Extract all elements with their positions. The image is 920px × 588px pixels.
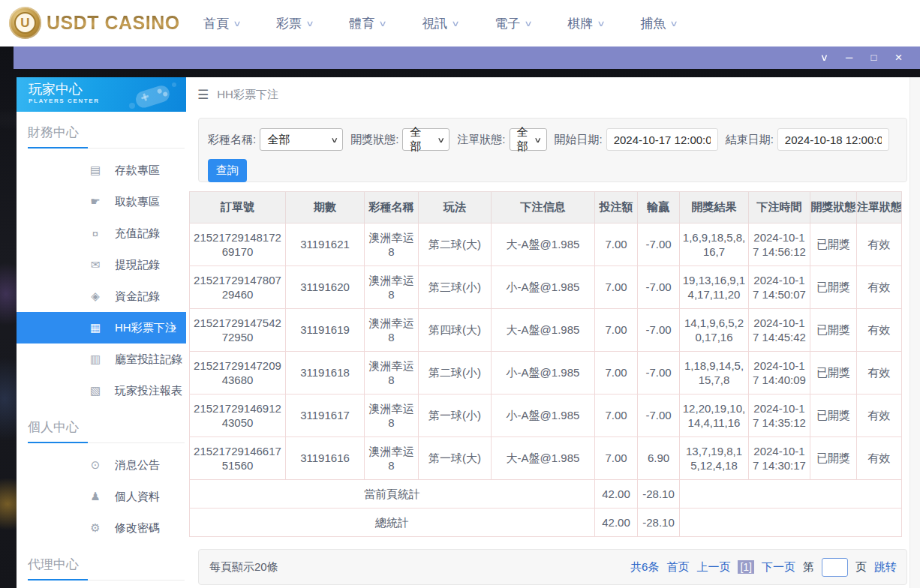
cell-order-no: 2152172914780729460	[190, 266, 286, 309]
summary-bet-total: 42.00	[595, 508, 638, 537]
sidebar-item-hh-lottery-bets[interactable]: ▦ HH彩票下注 ›	[17, 312, 186, 344]
table-row: 2152172914754272950 31191619 澳洲幸运8 第四球(大…	[190, 309, 902, 352]
end-date-input[interactable]	[777, 128, 889, 151]
table-row: 2152172914780729460 31191620 澳洲幸运8 第三球(小…	[190, 266, 902, 309]
sidebar-section-finance: 財務中心 ▤ 存款專區 › ☛ 取款專區 ›	[17, 124, 186, 406]
query-button[interactable]: 查詢	[208, 159, 247, 182]
cell-play-type: 第三球(小)	[419, 266, 492, 309]
section-divider	[28, 148, 185, 148]
sidebar-item-label: 取款專區	[115, 195, 160, 209]
nav-item-sports[interactable]: 體育 ∨	[349, 15, 386, 32]
cell-win-loss: 6.90	[638, 437, 680, 480]
cell-draw-status: 已開獎	[810, 309, 857, 352]
sidebar-item-label: 提現記錄	[115, 258, 160, 272]
window-maximize-icon[interactable]: □	[861, 46, 886, 69]
chevron-right-icon: ›	[172, 320, 176, 335]
table-header-cell: 開獎結果	[680, 192, 749, 224]
cell-bet-info: 小-A盤@1.985	[492, 394, 595, 437]
nav-item-lottery[interactable]: 彩票 ∨	[276, 15, 313, 32]
cell-draw-result: 13,7,19,8,15,12,4,18	[680, 437, 749, 480]
nav-item-live-video[interactable]: 視訊 ∨	[422, 15, 458, 32]
sidebar-item-withdraw-records[interactable]: ✉ 提現記錄 ›	[17, 249, 186, 280]
cell-win-loss: -7.00	[638, 394, 680, 437]
room-bet-list-icon: ▥	[89, 352, 102, 366]
cell-period: 31191621	[286, 224, 365, 266]
sidebar-item-label: 修改密碼	[115, 521, 160, 536]
page-jump-input[interactable]	[822, 558, 848, 577]
cell-draw-result: 12,20,19,10,14,4,11,16	[680, 394, 749, 437]
bets-table: 訂單號 期數 彩種名稱 玩法 下注信息 投注額 輸贏	[189, 191, 902, 537]
table-row: 2152172914817269170 31191621 澳洲幸运8 第二球(大…	[190, 224, 902, 266]
nav-item-home[interactable]: 首頁 ∨	[203, 15, 240, 32]
cell-win-loss: -7.00	[638, 309, 680, 352]
table-header-cell: 下注時間	[749, 192, 810, 224]
table-row: 2152172914691243050 31191617 澳洲幸运8 第一球(小…	[190, 394, 902, 437]
sidebar-item-label: 充值記錄	[115, 226, 160, 241]
sidebar-item-deposit-area[interactable]: ▤ 存款專區 ›	[17, 154, 186, 186]
nav-item-fishing[interactable]: 捕魚 ∨	[640, 15, 677, 32]
jump-suffix-label: 页	[855, 560, 867, 574]
profile-user-icon: ♟	[89, 490, 102, 503]
withdraw-hand-icon: ☛	[89, 195, 102, 208]
window-close-icon[interactable]: ×	[886, 46, 911, 69]
window-collapse-icon[interactable]: ∨	[810, 46, 840, 69]
sidebar-item-recharge-records[interactable]: ¤ 充值記錄 ›	[17, 218, 186, 249]
table-header-cell: 玩法	[419, 192, 492, 224]
current-page-badge[interactable]: [1]	[738, 560, 754, 574]
sidebar-item-room-bet-records[interactable]: ▥ 廳室投註記錄 ›	[17, 344, 186, 375]
sidebar-item-profile[interactable]: ♟ 個人資料 ›	[17, 481, 186, 512]
section-label: 個人中心	[28, 418, 186, 436]
next-page-link[interactable]: 下一页	[762, 560, 795, 574]
hamburger-menu-icon[interactable]: ☰	[197, 87, 209, 103]
cell-lottery-name: 澳洲幸运8	[365, 224, 419, 266]
cell-win-loss: -7.00	[638, 224, 680, 266]
sidebar-header: 玩家中心 PLAYERS CENTER	[17, 77, 186, 112]
pagination-controls: 共6条 首页 上一页 [1] 下一页 第 页 跳转	[630, 558, 897, 577]
lottery-name-label: 彩種名稱:	[208, 133, 256, 147]
start-date-input[interactable]	[606, 128, 718, 151]
cell-period: 31191619	[286, 309, 365, 352]
cell-bet-amount: 7.00	[595, 394, 638, 437]
nav-item-label: 首頁	[203, 15, 229, 32]
recharge-moneybag-icon: ¤	[89, 227, 102, 240]
cell-order-status: 有效	[857, 437, 902, 480]
sidebar-item-funds-records[interactable]: ◈ 資金記錄 ›	[17, 280, 186, 312]
table-header-cell: 開獎狀態	[810, 192, 857, 224]
cell-bet-info: 大-A盤@1.985	[492, 224, 595, 266]
table-row: 2152172914661751560 31191616 澳洲幸运8 第一球(大…	[190, 437, 902, 480]
cell-order-no: 2152172914661751560	[190, 437, 286, 480]
first-page-link[interactable]: 首页	[666, 560, 689, 574]
window-minimize-icon[interactable]: ─	[837, 46, 861, 69]
nav-item-label: 棋牌	[567, 15, 593, 32]
password-gear-icon: ⚙	[89, 521, 102, 535]
draw-status-select[interactable]: 全部 ∨	[402, 128, 449, 151]
cell-play-type: 第二球(大)	[419, 224, 492, 266]
main-content: ☰ HH彩票下注 彩種名稱: 全部 ∨ 開獎狀態: 全部 ∨ 注單狀態: 全部 …	[186, 77, 920, 588]
sidebar-item-player-bet-report[interactable]: ▧ 玩家投注報表 ›	[17, 375, 186, 406]
logo-text: USDT CASINO	[47, 12, 180, 34]
cell-win-loss: -7.00	[638, 352, 680, 394]
order-status-select[interactable]: 全部 ∨	[510, 128, 547, 151]
jump-go-link[interactable]: 跳转	[874, 560, 897, 574]
cell-bet-info: 大-A盤@1.985	[492, 309, 595, 352]
bets-table-wrap: 訂單號 期數 彩種名稱 玩法 下注信息 投注額 輸贏	[189, 191, 902, 537]
cell-period: 31191616	[286, 437, 365, 480]
sidebar-item-change-password[interactable]: ⚙ 修改密碼 ›	[17, 512, 186, 544]
cell-bet-time: 2024-10-17 14:56:12	[749, 224, 810, 266]
sidebar-item-label: 存款專區	[115, 164, 160, 178]
scrollbar[interactable]	[909, 77, 920, 588]
cell-order-no: 2152172914754272950	[190, 309, 286, 352]
sidebar-item-withdraw-area[interactable]: ☛ 取款專區 ›	[17, 186, 186, 218]
sidebar-section-personal: 個人中心 ⊙ 消息公告 › ♟ 個人資料 ›	[17, 418, 186, 544]
lottery-name-select[interactable]: 全部 ∨	[260, 128, 343, 151]
nav-item-chess-cards[interactable]: 棋牌 ∨	[567, 15, 604, 32]
cell-bet-amount: 7.00	[595, 224, 638, 266]
draw-status-label: 開獎狀態:	[350, 133, 398, 147]
current-page-summary-row: 當前頁統計 42.00 -28.10	[190, 480, 902, 508]
prev-page-link[interactable]: 上一页	[696, 560, 730, 574]
filter-row: 彩種名稱: 全部 ∨ 開獎狀態: 全部 ∨ 注單狀態: 全部 ∨ 開始日期: 結…	[199, 118, 906, 151]
cell-play-type: 第一球(大)	[419, 437, 492, 480]
nav-item-slots[interactable]: 電子 ∨	[495, 15, 531, 32]
site-logo[interactable]: U USDT CASINO	[9, 7, 180, 39]
sidebar-item-announcements[interactable]: ⊙ 消息公告 ›	[17, 449, 186, 481]
